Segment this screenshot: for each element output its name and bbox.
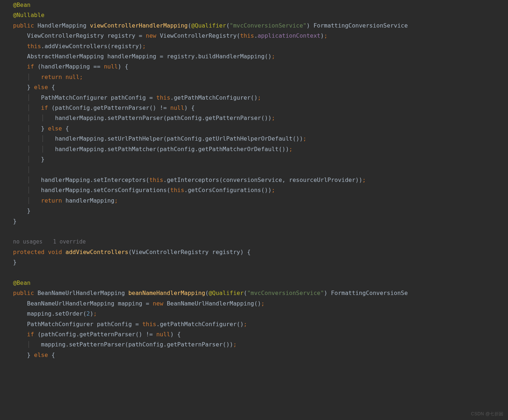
var-pathConfig: pathConfig: [97, 321, 132, 328]
kw-this: this: [170, 187, 185, 194]
args-interceptors: conversionService, resourceUrlProvider: [223, 176, 355, 183]
annotation-bean: @Bean: [13, 279, 30, 286]
type-beanNameUrlHandlerMapping: BeanNameUrlHandlerMapping: [37, 290, 125, 296]
kw-this: this: [142, 321, 156, 328]
call-getUrlPathHelperOrDefault: getUrlPathHelperOrDefault: [205, 135, 293, 142]
call-getPathMatcherOrDefault: getPathMatcherOrDefault: [198, 146, 279, 153]
code-editor[interactable]: @Bean @Nullable public HandlerMapping vi…: [0, 0, 508, 360]
ctor-viewControllerRegistry: ViewControllerRegistry: [160, 32, 237, 39]
type-pathMatchConfigurer: PathMatchConfigurer: [41, 94, 107, 101]
annotation-bean: @Bean: [13, 1, 30, 8]
var-pathConfig: pathConfig: [111, 94, 146, 101]
operator-eqeq: ==: [94, 63, 100, 70]
operator-eq: =: [146, 300, 149, 307]
annotation-qualifier: @Qualifier: [208, 290, 243, 296]
method-beanNameHandlerMapping: beanNameHandlerMapping: [128, 290, 205, 296]
kw-null: null: [170, 104, 185, 111]
call-getPatternParser2: getPatternParser: [205, 115, 261, 121]
obj-mapping: mapping: [27, 310, 51, 317]
watermark: CSDN @七折困: [471, 411, 504, 417]
annotation-qualifier: @Qualifier: [191, 22, 226, 29]
call-setPathMatcher: setPathMatcher: [107, 146, 156, 153]
operator-eq: =: [149, 94, 153, 101]
call-setPatternParser: setPatternParser: [107, 115, 163, 121]
arg-pathConfig: pathConfig: [128, 341, 163, 348]
obj-handlerMapping: handlerMapping: [66, 197, 115, 204]
call-getCorsConfigurations: getCorsConfigurations: [188, 187, 261, 194]
type-viewControllerRegistry: ViewControllerRegistry: [27, 32, 104, 39]
var-handlerMapping: handlerMapping: [107, 53, 156, 60]
call-getPatternParser2: getPatternParser: [167, 341, 223, 348]
type-formattingConversionSe: FormattingConversionSe: [331, 290, 408, 296]
call-getPatternParser: getPatternParser: [94, 104, 149, 111]
operator-eq: =: [160, 53, 164, 60]
kw-this: this: [156, 94, 170, 101]
kw-public: public: [13, 22, 34, 29]
operator-eq: =: [139, 32, 143, 39]
lhs-pathConfig: pathConfig: [41, 331, 76, 338]
kw-this: this: [240, 32, 254, 39]
kw-else: else: [34, 352, 48, 358]
call-getInterceptors: getInterceptors: [167, 176, 219, 183]
annotation-nullable: @Nullable: [13, 12, 45, 18]
kw-if: if: [27, 63, 34, 70]
kw-null: null: [104, 63, 118, 70]
ctor-beanNameUrlHandlerMapping: BeanNameUrlHandlerMapping: [167, 300, 254, 307]
call-setOrder: setOrder: [55, 310, 83, 317]
inlay-overrides[interactable]: 1 override: [53, 238, 86, 245]
rhs-registry: registry: [167, 53, 195, 60]
string-mvcConversionService: "mvcConversionService": [230, 22, 306, 29]
kw-null: null: [156, 331, 170, 338]
operator-neq: !=: [160, 104, 167, 111]
lhs-pathConfig: pathConfig: [55, 104, 90, 111]
call-setPatternParser: setPatternParser: [69, 341, 125, 348]
kw-protected: protected: [13, 249, 45, 255]
kw-this: this: [149, 176, 164, 183]
arg-pathConfig: pathConfig: [167, 135, 202, 142]
string-mvcConversionService: "mvcConversionService": [247, 290, 324, 296]
var-mapping: mapping: [118, 300, 142, 307]
method-viewControllerHandlerMapping: viewControllerHandlerMapping: [90, 22, 188, 29]
method-addViewControllers: addViewControllers: [66, 249, 128, 255]
type-pathMatchConfigurer: PathMatchConfigurer: [27, 321, 94, 328]
type-beanNameUrlHandlerMapping: BeanNameUrlHandlerMapping: [27, 300, 115, 307]
arg-registry: registry: [111, 43, 139, 50]
type-viewControllerRegistry: ViewControllerRegistry: [132, 249, 209, 255]
call-setUrlPathHelper: setUrlPathHelper: [107, 135, 163, 142]
type-formattingConversionService: FormattingConversionService: [313, 22, 408, 29]
call-getPatternParser: getPatternParser: [79, 331, 135, 338]
field-applicationContext: applicationContext: [257, 32, 320, 39]
obj-handlerMapping: handlerMapping: [41, 187, 90, 194]
kw-return: return: [41, 74, 62, 80]
var-registry: registry: [107, 32, 135, 39]
lhs-handlerMapping: handlerMapping: [41, 63, 90, 70]
kw-return: return: [41, 197, 62, 204]
kw-this: this: [27, 43, 41, 50]
kw-public: public: [13, 290, 34, 296]
obj-handlerMapping: handlerMapping: [41, 176, 90, 183]
kw-else: else: [48, 125, 62, 132]
type-handler-mapping: HandlerMapping: [37, 22, 86, 29]
kw-new: new: [153, 300, 163, 307]
kw-if: if: [41, 104, 48, 111]
num-2: 2: [86, 310, 90, 317]
call-addViewControllers: addViewControllers: [45, 43, 107, 50]
obj-mapping: mapping: [41, 341, 65, 348]
operator-eq: =: [135, 321, 139, 328]
obj-handlerMapping: handlerMapping: [55, 115, 104, 121]
call-buildHandlerMapping: buildHandlerMapping: [198, 53, 265, 60]
arg-pathConfig: pathConfig: [160, 146, 195, 153]
kw-if: if: [27, 331, 34, 338]
call-getPathMatchConfigurer: getPathMatchConfigurer: [160, 321, 237, 328]
param-registry: registry: [212, 249, 240, 255]
call-setInterceptors: setInterceptors: [94, 176, 146, 183]
operator-neq: !=: [146, 331, 153, 338]
arg-pathConfig: pathConfig: [167, 115, 202, 121]
type-abstractHandlerMapping: AbstractHandlerMapping: [27, 53, 104, 60]
obj-handlerMapping: handlerMapping: [55, 135, 104, 142]
kw-void: void: [48, 249, 62, 255]
kw-else: else: [34, 84, 48, 91]
call-getPathMatchConfigurer: getPathMatchConfigurer: [174, 94, 251, 101]
call-setCorsConfigurations: setCorsConfigurations: [94, 187, 167, 194]
inlay-usages[interactable]: no usages: [13, 238, 42, 245]
